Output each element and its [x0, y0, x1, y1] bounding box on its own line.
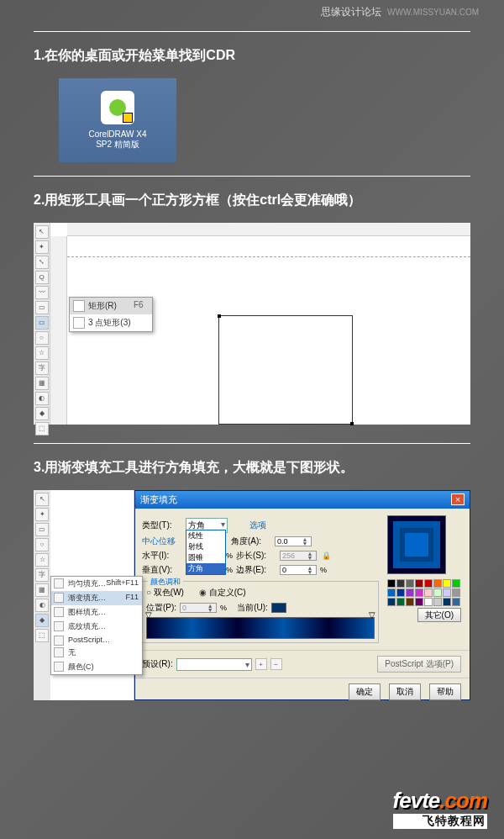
color-swatch[interactable] — [443, 579, 451, 588]
tool-icon[interactable]: 字 — [35, 361, 49, 375]
blend-mode-radio: 双色(W) 自定义(C) — [146, 587, 375, 599]
icon-caption: CorelDRAW X4 SP2 精简版 — [88, 129, 146, 150]
tool-icon[interactable]: ✦ — [35, 508, 49, 521]
options-label: 选项 — [249, 520, 266, 531]
close-icon[interactable]: × — [451, 493, 465, 505]
type-option-selected[interactable]: 方角 — [186, 563, 225, 574]
fill-tool-icon[interactable]: ◆ — [35, 614, 49, 627]
color-swatch[interactable] — [387, 598, 396, 606]
color-swatch[interactable] — [396, 588, 405, 597]
angle-label: 角度(A): — [231, 536, 271, 547]
icon-line1: CorelDRAW X4 — [88, 129, 146, 139]
color-swatch[interactable] — [406, 579, 414, 588]
step-3: 3.用渐变填充工具进行方角填充，大概就是下图形状。 ↖ ✦ ▭ ○ ☆ 字 ▦ … — [0, 459, 504, 700]
color-swatch[interactable] — [406, 598, 414, 606]
tool-icon[interactable]: ↖ — [35, 493, 49, 506]
color-swatch[interactable] — [443, 588, 451, 597]
ok-button[interactable]: 确定 — [349, 683, 381, 700]
color-swatch[interactable] — [424, 579, 433, 588]
color-swatch[interactable] — [415, 588, 423, 597]
add-preset-icon[interactable]: + — [255, 658, 267, 670]
canvas-area[interactable]: 矩形(R)F6 3 点矩形(3) — [50, 223, 470, 425]
radio-two-color[interactable]: 双色(W) — [146, 587, 184, 599]
tool-icon[interactable]: ▭ — [35, 301, 49, 314]
ruler-vertical — [50, 236, 67, 425]
color-swatch[interactable] — [387, 579, 396, 588]
tool-icon[interactable]: ☆ — [35, 553, 49, 567]
menu-item[interactable]: 底纹填充… — [51, 620, 142, 634]
color-swatch[interactable] — [396, 579, 405, 588]
lock-icon[interactable]: 🔒 — [322, 551, 331, 560]
type-option[interactable]: 线性 — [186, 530, 225, 541]
dialog-footer: 预设(R): + − PostScript 选项(P) — [135, 650, 470, 678]
flyout-item[interactable]: 3 点矩形(3) — [70, 314, 152, 331]
tool-icon[interactable]: ✦ — [35, 240, 49, 254]
color-swatch[interactable] — [406, 588, 414, 597]
current-color-swatch[interactable] — [271, 603, 286, 613]
tool-icon[interactable]: ⬚ — [35, 629, 49, 642]
tool-icon[interactable]: ▦ — [35, 377, 49, 390]
tool-icon[interactable]: ○ — [35, 331, 49, 345]
tool-icon[interactable]: ○ — [35, 538, 49, 551]
postscript-button: PostScript 选项(P) — [377, 656, 461, 673]
tool-icon[interactable]: ⤡ — [35, 256, 49, 269]
drawn-square[interactable] — [218, 315, 353, 425]
tool-icon[interactable]: ⬚ — [35, 422, 49, 435]
dialog-titlebar[interactable]: 渐变填充 × — [135, 491, 470, 509]
tool-icon[interactable]: ▦ — [35, 583, 49, 597]
menu-item[interactable]: 颜色(C) — [51, 660, 142, 674]
help-button[interactable]: 帮助 — [429, 683, 461, 700]
radio-custom[interactable]: 自定义(C) — [199, 587, 246, 599]
center-offset-label: 中心位移 — [142, 536, 182, 547]
color-swatch[interactable] — [433, 588, 442, 597]
tool-icon[interactable]: ◐ — [35, 599, 49, 612]
tool-icon[interactable]: 字 — [35, 568, 49, 582]
divider — [34, 443, 470, 444]
tool-icon[interactable]: 〰 — [35, 286, 49, 299]
remove-preset-icon[interactable]: − — [270, 658, 282, 670]
toolbox: ↖ ✦ ⤡ Q 〰 ▭ ▭ ○ ☆ 字 ▦ ◐ ◆ ⬚ — [34, 223, 50, 425]
color-swatch[interactable] — [433, 579, 442, 588]
color-swatch[interactable] — [415, 598, 423, 606]
flyout-item[interactable]: 矩形(R)F6 — [70, 298, 152, 314]
menu-item[interactable]: 无 — [51, 646, 142, 660]
steps-spinner: 256▲▼ — [280, 551, 317, 561]
tool-icon[interactable]: ☆ — [35, 346, 49, 360]
color-swatch[interactable] — [452, 598, 460, 606]
gradient-preview — [387, 515, 446, 574]
tool-icon[interactable]: Q — [35, 271, 49, 284]
color-swatch[interactable] — [452, 579, 460, 588]
color-swatch[interactable] — [396, 598, 405, 606]
type-option[interactable]: 射线 — [186, 541, 225, 552]
preset-combo[interactable] — [176, 658, 252, 671]
cancel-button[interactable]: 取消 — [389, 683, 421, 700]
other-color-button[interactable]: 其它(O) — [417, 608, 461, 622]
step2-title: 2.用矩形工具画一个正方形方框（按住ctrl会更准确哦） — [34, 192, 470, 209]
tool-icon[interactable]: ◆ — [35, 407, 49, 420]
color-swatch[interactable] — [424, 588, 433, 597]
rectangle-tool-icon[interactable]: ▭ — [35, 316, 49, 330]
color-swatch[interactable] — [433, 598, 442, 606]
tool-icon[interactable]: ↖ — [35, 225, 49, 239]
screenshot-rect-tool: ↖ ✦ ⤡ Q 〰 ▭ ▭ ○ ☆ 字 ▦ ◐ ◆ ⬚ 矩形(R)F6 3 点矩… — [34, 223, 470, 425]
preset-label: 预设(R): — [142, 658, 173, 670]
color-swatch[interactable] — [452, 588, 460, 597]
menu-item[interactable]: PostScript… — [51, 634, 142, 646]
position-spinner[interactable]: 0▲▼ — [180, 603, 217, 613]
step-2: 2.用矩形工具画一个正方形方框（按住ctrl会更准确哦） ↖ ✦ ⤡ Q 〰 ▭… — [0, 192, 504, 425]
ruler-horizontal — [67, 223, 470, 236]
menu-item[interactable]: 均匀填充…Shift+F11 — [51, 577, 142, 591]
edge-spinner[interactable]: 0▲▼ — [280, 565, 317, 575]
color-swatch[interactable] — [424, 598, 433, 606]
color-swatch[interactable] — [443, 598, 451, 606]
color-swatch[interactable] — [415, 579, 423, 588]
gradient-bar[interactable] — [146, 617, 375, 639]
color-swatch[interactable] — [387, 588, 396, 597]
menu-item-fountain-fill[interactable]: 渐变填充…F11 — [51, 591, 142, 605]
menu-item[interactable]: 图样填充… — [51, 605, 142, 620]
step1-title: 1.在你的桌面或开始菜单找到CDR — [34, 47, 470, 65]
angle-spinner[interactable]: 0.0▲▼ — [275, 536, 312, 546]
type-option[interactable]: 圆锥 — [186, 552, 225, 563]
tool-icon[interactable]: ◐ — [35, 392, 49, 405]
tool-icon[interactable]: ▭ — [35, 523, 49, 536]
